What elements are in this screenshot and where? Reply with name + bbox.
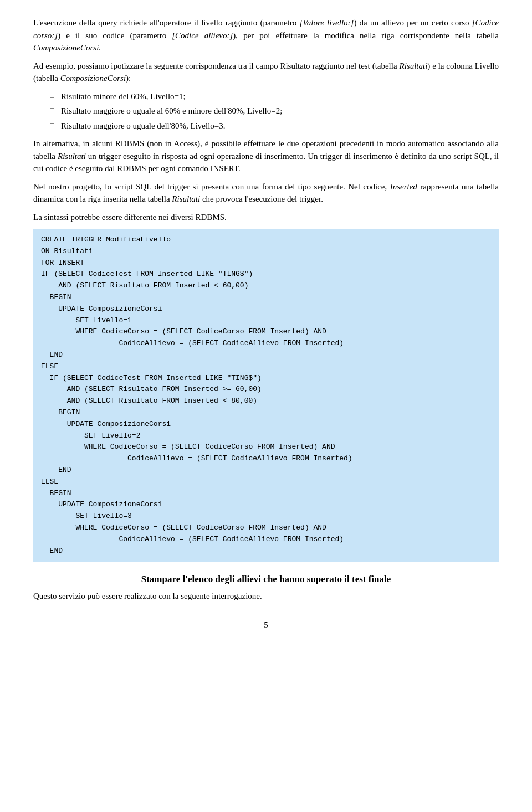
alternative-paragraph: In alternativa, in alcuni RDBMS (non in …: [33, 137, 499, 175]
example-intro: Ad esempio, possiamo ipotizzare la segue…: [33, 60, 499, 85]
trigger-intro-2: La sintassi potrebbe essere differente n…: [33, 211, 499, 224]
trigger-intro-1: Nel nostro progetto, lo script SQL del t…: [33, 181, 499, 205]
bullet-list: Risultato minore del 60%, Livello=1; Ris…: [50, 90, 499, 132]
list-item: Risultato minore del 60%, Livello=1;: [50, 90, 499, 103]
page-number: 5: [33, 619, 499, 631]
code-create: CREATE: [41, 235, 67, 244]
main-content: L'esecuzione della query richiede all'op…: [33, 17, 499, 602]
list-item: Risultato maggiore o uguale al 60% e min…: [50, 105, 499, 117]
code-block: CREATE TRIGGER ModificaLivello ON Risult…: [33, 229, 499, 562]
section-heading: Stampare l'elenco degli allievi che hann…: [33, 572, 499, 587]
section-body: Questo servizio può essere realizzato co…: [33, 590, 499, 603]
list-item: Risultato maggiore o uguale dell'80%, Li…: [50, 120, 499, 132]
intro-paragraph: L'esecuzione della query richiede all'op…: [33, 17, 499, 54]
